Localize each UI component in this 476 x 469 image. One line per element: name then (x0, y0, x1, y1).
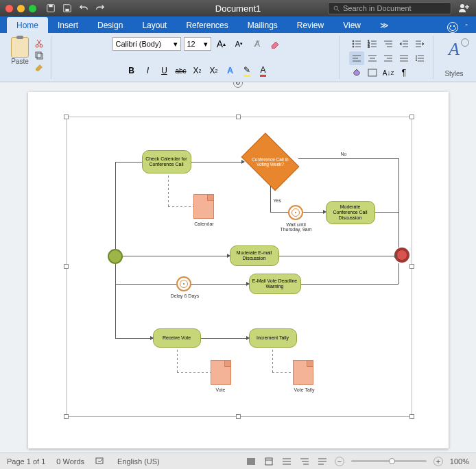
underline-button[interactable]: U (157, 64, 172, 77)
association (168, 206, 193, 207)
multilevel-icon[interactable] (381, 37, 396, 51)
strike-button[interactable]: abc (174, 64, 189, 77)
superscript-button[interactable]: X2 (206, 64, 222, 77)
svg-rect-18 (265, 458, 272, 465)
minimize-icon[interactable] (17, 5, 25, 12)
arrow-icon (246, 282, 250, 286)
italic-button[interactable]: I (141, 64, 156, 77)
feedback-icon[interactable] (447, 22, 458, 33)
tab-home[interactable]: Home (7, 17, 48, 33)
save-icon[interactable] (62, 3, 72, 13)
clear-format-icon[interactable]: A̸ (250, 37, 265, 51)
search-box[interactable]: Search in Document (328, 2, 451, 14)
tab-insert[interactable]: Insert (48, 17, 88, 33)
collapse-ribbon-icon[interactable]: ˆ (465, 23, 468, 32)
line-spacing-icon[interactable] (412, 51, 427, 65)
resize-handle-sw[interactable] (64, 414, 69, 419)
focus-view-icon[interactable] (246, 457, 257, 466)
association (272, 348, 273, 372)
autosave-icon[interactable] (46, 3, 56, 13)
resize-handle-w[interactable] (64, 264, 69, 269)
titlebar: Document1 Search in Document (0, 0, 476, 16)
font-color-icon[interactable]: A (256, 64, 271, 77)
tab-references[interactable]: References (176, 17, 237, 33)
association (177, 372, 211, 373)
outline-view-icon[interactable] (299, 457, 310, 466)
numbering-icon[interactable]: 123 (365, 37, 380, 51)
document-area[interactable]: ↻ Check Calendar for Conference Call Con… (0, 82, 476, 453)
show-marks-icon[interactable]: ¶ (396, 66, 412, 80)
task-deadline-warning: E-Mail Vote Deadline Warning (249, 274, 301, 294)
indent-right-icon[interactable] (412, 37, 427, 51)
bullets-icon[interactable] (349, 37, 364, 51)
connector (398, 263, 399, 284)
zoom-slider[interactable] (351, 460, 427, 462)
maximize-icon[interactable] (29, 5, 36, 12)
redo-icon[interactable] (95, 3, 105, 13)
search-placeholder: Search in Document (343, 4, 412, 12)
resize-handle-se[interactable] (409, 414, 414, 419)
format-painter-icon[interactable] (33, 63, 45, 73)
svg-text:3: 3 (368, 45, 370, 48)
indent-left-icon[interactable] (396, 37, 412, 51)
zoom-out-button[interactable]: − (335, 457, 344, 466)
data-vote (211, 360, 231, 385)
highlight-icon[interactable]: ✎ (239, 64, 254, 77)
share-icon[interactable] (458, 2, 471, 14)
tab-more[interactable]: ≫ (370, 17, 398, 33)
resize-handle-n[interactable] (236, 115, 241, 119)
align-center-icon[interactable] (365, 51, 380, 65)
align-right-icon[interactable] (381, 51, 396, 65)
sort-icon[interactable]: A↓Z (381, 66, 396, 80)
resize-handle-e[interactable] (409, 264, 414, 269)
tab-mailings[interactable]: Mailings (238, 17, 287, 33)
resize-handle-s[interactable] (236, 414, 241, 419)
zoom-slider-thumb[interactable] (389, 458, 395, 464)
close-icon[interactable] (5, 5, 13, 12)
paste-label: Paste (11, 58, 29, 65)
font-size-select[interactable]: 12▾ (184, 37, 211, 51)
copy-icon[interactable] (33, 51, 45, 60)
grow-font-icon[interactable]: A▴ (214, 37, 229, 51)
arrow-icon (241, 160, 245, 164)
word-count[interactable]: 0 Words (56, 457, 84, 466)
print-layout-icon[interactable] (263, 457, 274, 466)
zoom-level[interactable]: 100% (450, 457, 469, 466)
paste-icon[interactable] (11, 37, 29, 58)
undo-icon[interactable] (79, 3, 88, 13)
styles-pane-icon[interactable]: A (443, 37, 465, 62)
tab-view[interactable]: View (333, 17, 370, 33)
justify-icon[interactable] (396, 51, 412, 65)
resize-handle-nw[interactable] (64, 115, 69, 119)
connector (115, 264, 116, 338)
borders-icon[interactable] (365, 66, 380, 80)
svg-point-4 (460, 4, 464, 8)
zoom-in-button[interactable]: + (433, 457, 443, 466)
tab-design[interactable]: Design (88, 17, 132, 33)
font-name-select[interactable]: Calibri (Body)▾ (112, 37, 181, 51)
selected-object-frame[interactable]: Check Calendar for Conference Call Confe… (66, 117, 412, 417)
shading-icon[interactable] (349, 66, 364, 80)
text-effects-icon[interactable]: A (223, 64, 238, 77)
tab-review[interactable]: Review (287, 17, 333, 33)
resize-handle-ne[interactable] (409, 115, 414, 119)
svg-rect-7 (36, 52, 41, 58)
draft-view-icon[interactable] (317, 457, 328, 466)
eraser-icon[interactable] (267, 37, 283, 51)
shrink-font-icon[interactable]: A▾ (232, 37, 247, 51)
connector (270, 186, 271, 212)
connector (279, 256, 396, 256)
page-indicator[interactable]: Page 1 of 1 (7, 457, 45, 466)
connector (398, 212, 399, 248)
tab-layout[interactable]: Layout (132, 17, 176, 33)
rotate-handle[interactable]: ↻ (233, 82, 243, 88)
connector (115, 338, 153, 339)
language-indicator[interactable]: English (US) (117, 457, 160, 466)
bold-button[interactable]: B (124, 64, 139, 77)
page[interactable]: ↻ Check Calendar for Conference Call Con… (28, 92, 449, 448)
subscript-button[interactable]: X2 (190, 64, 205, 77)
align-left-icon[interactable] (349, 51, 364, 65)
spellcheck-icon[interactable] (95, 456, 106, 467)
web-layout-icon[interactable] (281, 457, 292, 466)
cut-icon[interactable] (33, 38, 45, 48)
